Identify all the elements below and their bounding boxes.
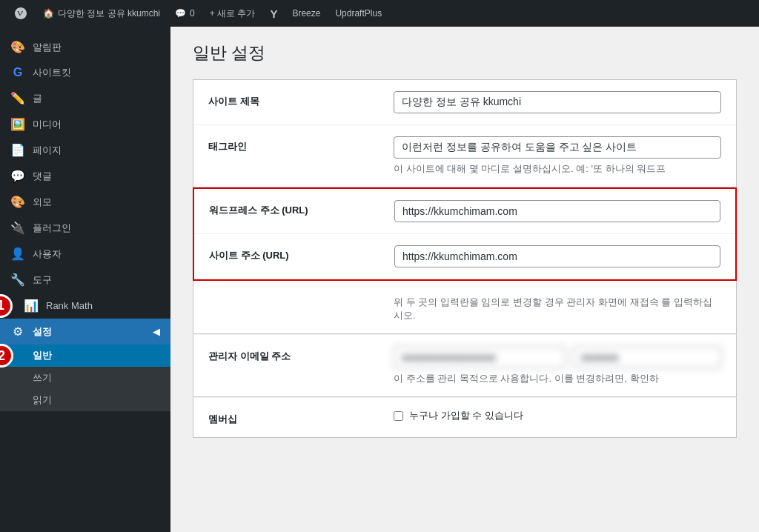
sidebar-sub-item-writing[interactable]: 쓰기 (0, 367, 170, 389)
page-title: 일반 설정 (193, 41, 737, 64)
sidebar-item-media[interactable]: 🖼️ 미디어 (0, 111, 170, 137)
site-name[interactable]: 🏠 다양한 정보 공유 kkumchi (36, 0, 168, 27)
admin-email-confirm-input[interactable] (573, 346, 721, 368)
sidebar-label-plugins: 플러그인 (33, 222, 71, 235)
users-icon: 👤 (10, 247, 25, 261)
tagline-row: 태그라인 이 사이트에 대해 몇 마디로 설명하십시오. 예: '또 하나의 워… (193, 125, 737, 187)
plugins-icon: 🔌 (10, 221, 25, 235)
site-url-input[interactable] (394, 245, 720, 267)
main-content: 일반 설정 사이트 제목 태그라인 이 사이트에 대해 몇 마디로 설명하십시오… (170, 27, 759, 532)
site-url-control (394, 245, 720, 267)
home-icon: 🏠 (43, 8, 54, 19)
sidebar-item-settings[interactable]: ⚙ 설정 ◀ (0, 319, 170, 345)
sidebar-submenu: 2 일반 쓰기 읽기 (0, 345, 170, 411)
site-title-row: 사이트 제목 (193, 79, 737, 125)
settings-arrow: ◀ (153, 326, 160, 337)
sidebar-label-appearance: 외모 (33, 196, 52, 209)
sidebar: 🎨 알림판 G 사이트킷 ✏️ 글 🖼️ 미디어 📄 페이지 💬 댓글 (0, 27, 170, 532)
updraft-item[interactable]: UpdraftPlus (328, 0, 389, 27)
sidebar-item-plugins[interactable]: 🔌 플러그인 (0, 215, 170, 241)
sidebar-sub-item-general[interactable]: 2 일반 (0, 345, 170, 367)
sidebar-item-appearance[interactable]: 🎨 외모 (0, 189, 170, 215)
site-title-input[interactable] (394, 91, 721, 113)
site-url-row: 사이트 주소 (URL) (194, 234, 735, 279)
sidebar-sub-label-reading: 읽기 (33, 394, 52, 405)
sidebar-label-media: 미디어 (33, 118, 62, 131)
wp-logo[interactable] (6, 0, 36, 27)
sidebar-label-comments: 댓글 (33, 170, 52, 183)
url-note-text: 위 두 곳의 입력란을 임의로 변경할 경우 관리자 화면에 재접속 를 입력하… (394, 296, 721, 322)
membership-label: 멤버십 (208, 409, 394, 426)
admin-email-label: 관리자 이메일 주소 (208, 346, 394, 363)
rankmath-icon: 📊 (24, 299, 39, 313)
posts-icon: ✏️ (10, 91, 25, 105)
url-section: 워드프레스 주소 (URL) 사이트 주소 (URL) (193, 187, 737, 281)
comments-sidebar-icon: 💬 (10, 169, 25, 183)
membership-checkbox-label[interactable]: 누구나 가입할 수 있습니다 (394, 409, 721, 422)
sidebar-label-tools: 도구 (33, 273, 52, 287)
url-note-control: 위 두 곳의 입력란을 임의로 변경할 경우 관리자 화면에 재접속 를 입력하… (394, 292, 721, 322)
yoast-item[interactable]: Y (262, 0, 285, 27)
sidebar-label-users: 사용자 (33, 247, 62, 261)
url-note-row: 위 두 곳의 입력란을 임의로 변경할 경우 관리자 화면에 재접속 를 입력하… (193, 281, 737, 334)
sidebar-item-posts[interactable]: ✏️ 글 (0, 85, 170, 111)
admin-email-input[interactable] (394, 346, 566, 368)
sitekit-icon: G (10, 66, 25, 79)
admin-bar: 🏠 다양한 정보 공유 kkumchi 💬 0 + 새로 추가 Y Breeze… (0, 0, 759, 27)
sidebar-item-pages[interactable]: 📄 페이지 (0, 137, 170, 163)
sidebar-label-settings: 설정 (33, 325, 52, 339)
sidebar-item-comments[interactable]: 💬 댓글 (0, 163, 170, 189)
comment-icon: 💬 (175, 8, 186, 19)
comments-item[interactable]: 💬 0 (168, 0, 202, 27)
sidebar-item-users[interactable]: 👤 사용자 (0, 241, 170, 267)
sidebar-item-rankmath[interactable]: 1 📊 Rank Math (0, 293, 170, 319)
new-item[interactable]: + 새로 추가 (202, 0, 263, 27)
sidebar-item-sitekit[interactable]: G 사이트킷 (0, 60, 170, 85)
tools-icon: 🔧 (10, 273, 25, 287)
wp-url-row: 워드프레스 주소 (URL) (194, 189, 735, 234)
breeze-item[interactable]: Breeze (285, 0, 328, 27)
membership-control: 누구나 가입할 수 있습니다 (394, 409, 721, 422)
sidebar-label-rankmath: Rank Math (46, 300, 93, 311)
dashboard-icon: 🎨 (10, 40, 25, 54)
wp-url-input[interactable] (394, 200, 720, 222)
site-title-control (394, 91, 721, 113)
sidebar-item-tools[interactable]: 🔧 도구 (0, 267, 170, 293)
wp-url-control (394, 200, 720, 222)
media-icon: 🖼️ (10, 117, 25, 131)
badge-2: 2 (0, 344, 13, 368)
tagline-input[interactable] (394, 136, 721, 159)
membership-row: 멤버십 누구나 가입할 수 있습니다 (193, 397, 737, 438)
sidebar-sub-item-reading[interactable]: 읽기 (0, 389, 170, 411)
membership-checkbox[interactable] (394, 411, 403, 421)
sidebar-label-sitekit: 사이트킷 (33, 66, 71, 79)
admin-email-description: 이 주소를 관리 목적으로 사용합니다. 이를 변경하려면, 확인하 (394, 372, 721, 385)
pages-icon: 📄 (10, 143, 25, 157)
sidebar-sub-label-writing: 쓰기 (33, 372, 52, 383)
sidebar-label-dashboard: 알림판 (33, 41, 62, 54)
url-note-label (208, 292, 394, 296)
site-url-label: 사이트 주소 (URL) (209, 245, 394, 262)
sidebar-item-dashboard[interactable]: 🎨 알림판 (0, 34, 170, 60)
appearance-icon: 🎨 (10, 195, 25, 209)
membership-checkbox-text: 누구나 가입할 수 있습니다 (409, 409, 523, 422)
sidebar-label-pages: 페이지 (33, 144, 62, 157)
tagline-description: 이 사이트에 대해 몇 마디로 설명하십시오. 예: '또 하나의 워드프 (394, 162, 721, 176)
wp-url-label: 워드프레스 주소 (URL) (209, 200, 394, 217)
sidebar-label-posts: 글 (33, 92, 42, 105)
admin-email-row: 관리자 이메일 주소 이 주소를 관리 목적으로 사용합니다. 이를 변경하려면… (193, 334, 737, 397)
sidebar-sub-label-general: 일반 (33, 350, 52, 361)
yoast-icon: Y (270, 7, 277, 20)
site-title-label: 사이트 제목 (208, 91, 394, 108)
settings-icon: ⚙ (10, 325, 25, 339)
admin-email-control: 이 주소를 관리 목적으로 사용합니다. 이를 변경하려면, 확인하 (394, 346, 721, 385)
tagline-label: 태그라인 (208, 136, 394, 153)
tagline-control: 이 사이트에 대해 몇 마디로 설명하십시오. 예: '또 하나의 워드프 (394, 136, 721, 176)
badge-1: 1 (0, 294, 13, 318)
settings-form: 사이트 제목 태그라인 이 사이트에 대해 몇 마디로 설명하십시오. 예: '… (193, 79, 737, 438)
wp-icon (13, 6, 28, 21)
